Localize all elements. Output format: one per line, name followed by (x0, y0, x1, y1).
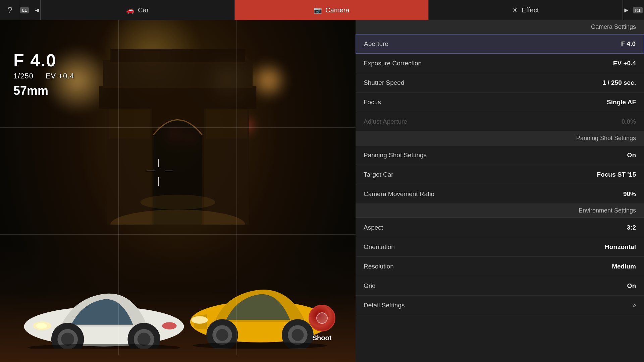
environment-settings-header: Environment Settings (356, 204, 644, 218)
car-tab-label: Car (138, 6, 149, 14)
resolution-label: Resolution (364, 263, 394, 270)
grid-row[interactable]: Grid On (356, 276, 644, 296)
car-icon: 🚗 (126, 6, 135, 14)
exposure-display: 1/250 EV +0.4 (13, 72, 74, 80)
camera-settings-header: Camera Settings (356, 20, 644, 34)
aperture-label: Aperture (364, 40, 388, 48)
nav-car-tab[interactable]: 🚗 Car (41, 0, 234, 20)
shutter-row[interactable]: Shutter Speed 1 / 250 sec. (356, 73, 644, 93)
svg-rect-7 (206, 109, 247, 138)
aspect-value: 3:2 (627, 224, 636, 231)
camera-movement-value: 90% (623, 190, 636, 198)
svg-rect-4 (103, 60, 253, 88)
panning-settings-header: Panning Shot Settings (356, 131, 644, 145)
focus-row[interactable]: Focus Single AF (356, 93, 644, 112)
svg-rect-3 (99, 86, 256, 109)
camera-tab-label: Camera (325, 6, 349, 14)
aperture-row[interactable]: Aperture F 4.0 (356, 34, 644, 54)
aperture-value: F 4.0 (621, 40, 636, 48)
environment-settings-section: Environment Settings Aspect 3:2 Orientat… (356, 204, 644, 315)
effect-tab-label: Effect (522, 6, 539, 14)
settings-panel: Camera Settings Aperture F 4.0 Exposure … (356, 20, 644, 362)
resolution-row[interactable]: Resolution Medium (356, 257, 644, 276)
adjust-aperture-label: Adjust Aperture (364, 118, 407, 125)
nav-left-arrow: ◄ (34, 6, 40, 14)
focus-value: Single AF (607, 99, 636, 106)
svg-rect-36 (165, 171, 173, 171)
target-car-value: Focus ST '15 (597, 171, 636, 178)
camera-info-overlay: F 4.0 1/250 EV +0.4 57mm (13, 50, 74, 98)
aspect-row[interactable]: Aspect 3:2 (356, 218, 644, 237)
panning-settings-section: Panning Shot Settings Panning Shot Setti… (356, 131, 644, 204)
shoot-label: Shoot (313, 334, 332, 342)
arch-silhouette (94, 30, 262, 225)
shutter-label: Shutter Speed (364, 79, 404, 86)
effect-icon: ☀ (512, 6, 518, 14)
nav-left-trigger: L1 ◄ (20, 0, 41, 20)
svg-point-22 (191, 316, 208, 324)
panning-shot-row[interactable]: Panning Shot Settings On (356, 145, 644, 165)
adjust-aperture-value: 0.0% (622, 118, 636, 125)
nav-camera-tab[interactable]: 📷 Camera (235, 0, 429, 20)
orientation-value: Horizontal (605, 243, 636, 251)
aspect-label: Aspect (364, 224, 383, 231)
l1-badge: L1 (20, 7, 29, 13)
svg-point-16 (61, 333, 74, 346)
target-car-label: Target Car (364, 171, 393, 178)
detail-settings-label: Detail Settings (364, 302, 405, 309)
shoot-button-area[interactable]: Shoot (309, 305, 335, 342)
nav-right-arrow: ► (623, 6, 630, 14)
shoot-circle-button[interactable] (309, 305, 335, 331)
grid-label: Grid (364, 282, 376, 290)
photo-viewport: F 4.0 1/250 EV +0.4 57mm Shoot Menu Cont… (0, 20, 356, 362)
exposure-label: Exposure Correction (364, 60, 422, 67)
exposure-value: EV +0.4 (613, 60, 636, 67)
svg-rect-35 (147, 171, 155, 171)
camera-settings-section: Camera Settings Aperture F 4.0 Exposure … (356, 20, 644, 131)
svg-point-9 (140, 195, 215, 210)
svg-point-13 (162, 322, 176, 329)
svg-rect-6 (109, 109, 150, 138)
target-car-row[interactable]: Target Car Focus ST '15 (356, 165, 644, 184)
white-car (17, 268, 191, 349)
top-navigation-bar: ? L1 ◄ 🚗 Car 📷 Camera ☀ Effect ► R1 (0, 0, 644, 20)
shutter-value: 1 / 250 sec. (602, 79, 636, 86)
nav-right-trigger: ► R1 (623, 0, 644, 20)
detail-settings-arrow: » (632, 301, 636, 309)
camera-movement-row[interactable]: Camera Movement Ratio 90% (356, 184, 644, 204)
detail-settings-row[interactable]: Detail Settings » (356, 296, 644, 315)
svg-point-29 (292, 329, 304, 341)
orientation-label: Orientation (364, 243, 395, 251)
help-icon: ? (7, 5, 12, 15)
r1-badge: R1 (633, 7, 643, 13)
focus-label: Focus (364, 99, 381, 106)
svg-rect-5 (110, 49, 245, 62)
camera-icon: 📷 (314, 6, 322, 14)
focal-length-display: 57mm (13, 84, 74, 98)
panning-shot-value: On (627, 152, 636, 159)
svg-rect-38 (158, 177, 159, 186)
camera-movement-label: Camera Movement Ratio (364, 190, 434, 198)
resolution-value: Medium (612, 263, 636, 270)
aperture-display: F 4.0 (13, 50, 74, 70)
ev-display: EV +0.4 (46, 72, 74, 80)
focus-crosshair (147, 159, 173, 186)
nav-effect-tab[interactable]: ☀ Effect (429, 0, 623, 20)
svg-rect-37 (158, 159, 159, 167)
exposure-row[interactable]: Exposure Correction EV +0.4 (356, 54, 644, 73)
panning-shot-label: Panning Shot Settings (364, 152, 427, 159)
help-button[interactable]: ? (0, 0, 20, 20)
orientation-row[interactable]: Orientation Horizontal (356, 237, 644, 257)
svg-point-12 (36, 323, 47, 328)
adjust-aperture-row[interactable]: Adjust Aperture 0.0% (356, 112, 644, 131)
svg-point-26 (216, 329, 228, 341)
shutter-display: 1/250 (13, 72, 34, 80)
svg-point-19 (138, 333, 151, 346)
grid-value: On (627, 282, 636, 290)
